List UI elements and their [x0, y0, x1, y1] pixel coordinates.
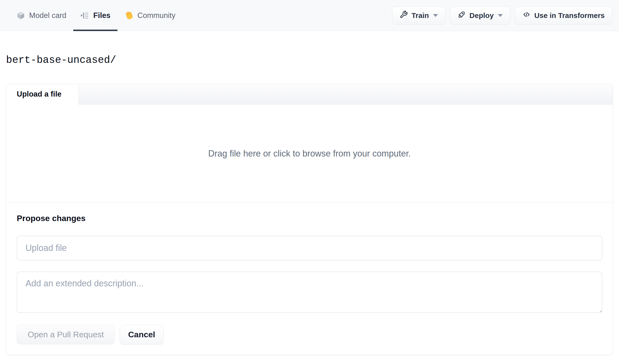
dropzone-hint: Drag file here or click to browse from y…: [208, 149, 411, 159]
tab-files[interactable]: Files: [73, 0, 117, 31]
train-button[interactable]: Train: [392, 7, 445, 25]
repo-nav: Model card Files: [0, 0, 619, 31]
file-dropzone[interactable]: Drag file here or click to browse from y…: [6, 105, 613, 203]
propose-changes-section: Propose changes Open a Pull Request Canc…: [6, 203, 613, 344]
file-versions-icon: [80, 11, 89, 20]
waving-hand-icon: [125, 11, 134, 20]
tabstrip-filler: [79, 84, 613, 105]
upload-file-card: Upload a file Drag file here or click to…: [6, 84, 613, 355]
rocket-icon: [458, 10, 466, 20]
tab-files-label: Files: [93, 11, 111, 20]
tab-community[interactable]: Community: [117, 0, 183, 31]
upload-card-tabstrip: Upload a file: [6, 84, 613, 105]
cube-icon: [16, 11, 25, 20]
tab-model-card-label: Model card: [29, 11, 66, 20]
tab-upload-a-file[interactable]: Upload a file: [6, 84, 79, 105]
upload-filename-input[interactable]: [17, 236, 602, 260]
tab-model-card[interactable]: Model card: [9, 0, 73, 31]
deploy-button[interactable]: Deploy: [450, 7, 510, 25]
cancel-button[interactable]: Cancel: [120, 325, 164, 344]
open-pull-request-button[interactable]: Open a Pull Request: [17, 325, 115, 344]
breadcrumb[interactable]: bert-base-uncased/: [6, 54, 613, 67]
chevron-down-icon: [498, 14, 503, 17]
repo-actions: Train Deploy Use in Tr: [392, 0, 612, 31]
main-content: bert-base-uncased/ Upload a file Drag fi…: [0, 54, 619, 355]
tab-community-label: Community: [137, 11, 175, 20]
wrench-icon: [400, 10, 408, 20]
train-button-label: Train: [411, 11, 429, 20]
use-in-transformers-label: Use in Transformers: [534, 11, 605, 20]
extended-description-textarea[interactable]: [17, 272, 602, 313]
code-icon: [522, 10, 531, 20]
repo-tabs: Model card Files: [9, 0, 183, 31]
chevron-down-icon: [433, 14, 438, 17]
propose-changes-heading: Propose changes: [17, 213, 602, 223]
use-in-transformers-button[interactable]: Use in Transformers: [515, 7, 612, 25]
propose-actions: Open a Pull Request Cancel: [17, 325, 602, 344]
deploy-button-label: Deploy: [469, 11, 494, 20]
